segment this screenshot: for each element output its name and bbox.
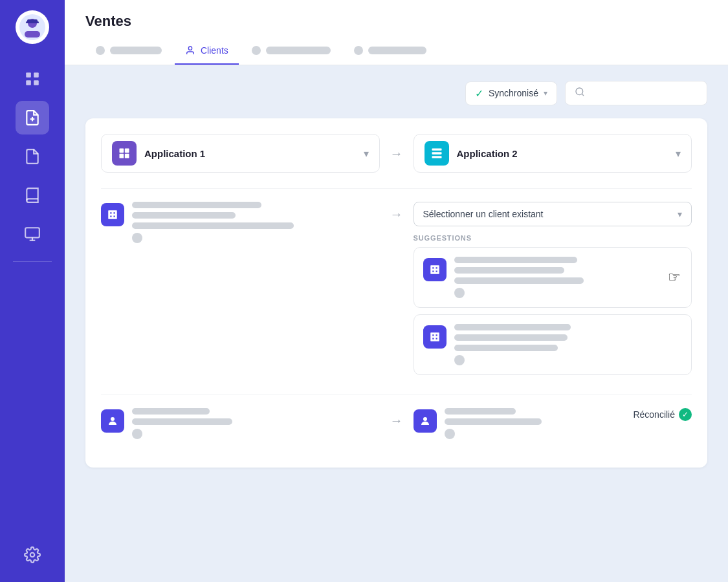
building-icon-1: [101, 203, 124, 226]
svg-rect-4: [26, 21, 39, 23]
app2-chevron-icon: ▾: [676, 147, 681, 160]
clients-icon: [185, 45, 195, 56]
tab-placeholder-label-2: [266, 47, 331, 54]
doc-icon[interactable]: [16, 140, 49, 173]
tab-placeholder-1[interactable]: [85, 41, 172, 64]
main-content: Ventes Clients: [65, 0, 728, 582]
ent3-line-1: [445, 408, 516, 415]
select-chevron-icon: ▾: [678, 209, 682, 219]
svg-rect-29: [430, 265, 439, 274]
ent2-line-1: [132, 408, 210, 415]
svg-rect-2: [25, 31, 40, 38]
svg-rect-38: [436, 338, 437, 339]
book-icon[interactable]: [16, 178, 49, 212]
sync-filter[interactable]: ✓ Synchronisé ▾: [465, 81, 557, 105]
svg-rect-30: [432, 267, 434, 268]
svg-rect-11: [25, 228, 39, 237]
tab-placeholder-label-1: [110, 47, 162, 54]
svg-rect-24: [108, 210, 117, 219]
sug1-line-3: [454, 277, 584, 284]
search-icon: [575, 87, 585, 100]
svg-rect-23: [432, 156, 441, 158]
tab-clients[interactable]: Clients: [175, 40, 239, 65]
sug1-line-1: [454, 257, 577, 263]
new-doc-icon[interactable]: [16, 101, 49, 135]
svg-rect-27: [110, 216, 111, 217]
svg-rect-25: [110, 212, 111, 213]
app1-chevron-icon: ▾: [364, 147, 369, 160]
suggestions-label: SUGGESTIONS: [414, 234, 692, 242]
svg-rect-17: [120, 149, 124, 153]
tab-placeholder-2[interactable]: [241, 41, 341, 64]
reconciled-entity: [414, 408, 542, 439]
ent2-dot: [132, 429, 142, 439]
reconciled-check-icon: ✓: [679, 408, 692, 421]
svg-rect-36: [436, 334, 437, 336]
sug1-dot: [454, 288, 465, 298]
svg-rect-7: [26, 80, 31, 85]
avatar: [16, 10, 49, 44]
sync-row-1-left: [101, 202, 380, 243]
app2-name: Application 2: [457, 148, 668, 159]
entity-lines-2: [132, 408, 232, 439]
svg-rect-20: [125, 154, 129, 158]
svg-rect-22: [432, 152, 441, 154]
grid-icon[interactable]: [16, 62, 49, 96]
sug2-line-3: [454, 345, 558, 351]
sug2-line-1: [454, 324, 571, 330]
entity-line-3: [132, 222, 294, 229]
entity-line-2: [132, 212, 236, 219]
suggestion-item-1[interactable]: ☞: [414, 247, 692, 308]
settings-icon[interactable]: [16, 538, 49, 572]
tab-dot-1: [96, 46, 105, 55]
search-box[interactable]: [565, 81, 707, 105]
svg-rect-5: [26, 72, 31, 78]
sug1-line-2: [454, 267, 564, 274]
sidebar-divider: [13, 261, 52, 262]
app1-name: Application 1: [144, 148, 356, 159]
entity-lines-3: [445, 408, 542, 439]
content-area: ✓ Synchronisé ▾ Application 1 ▾: [65, 65, 728, 582]
suggestion-2-lines: [454, 324, 683, 365]
svg-rect-31: [436, 267, 437, 268]
header: Ventes Clients: [65, 0, 728, 65]
toolbar: ✓ Synchronisé ▾: [85, 81, 707, 105]
suggestion-1-lines: [454, 257, 683, 298]
svg-rect-8: [34, 80, 39, 85]
app1-selector[interactable]: Application 1 ▾: [101, 134, 380, 173]
suggestion-item-2[interactable]: [414, 314, 692, 375]
row1-arrow-icon: →: [390, 202, 403, 222]
select-label: Sélectionner un client existant: [423, 209, 544, 219]
reconciled-badge: Réconcilié ✓: [633, 408, 692, 421]
sync-row-2: → Réconcilié: [101, 394, 692, 452]
sync-row-2-left: [101, 408, 380, 439]
svg-rect-33: [436, 271, 437, 272]
tab-bar: Clients: [85, 40, 707, 65]
svg-rect-28: [114, 216, 115, 217]
tab-placeholder-3[interactable]: [344, 41, 437, 64]
svg-point-16: [576, 88, 583, 95]
ent2-line-2: [132, 418, 232, 425]
ent3-dot: [445, 429, 455, 439]
page-title: Ventes: [85, 13, 707, 30]
svg-point-39: [111, 417, 115, 421]
client-select[interactable]: Sélectionner un client existant ▾: [414, 202, 692, 226]
svg-rect-35: [432, 334, 434, 336]
svg-point-15: [188, 47, 192, 50]
monitor-icon[interactable]: [16, 217, 49, 251]
tab-dot-2: [252, 46, 261, 55]
sug2-dot: [454, 355, 465, 365]
sync-chevron-icon: ▾: [544, 89, 547, 98]
apps-arrow-icon: →: [390, 146, 403, 161]
svg-point-14: [30, 553, 35, 557]
person-icon-right: [414, 409, 437, 433]
app2-selector[interactable]: Application 2 ▾: [414, 134, 692, 173]
sync-row-1-right: Sélectionner un client existant ▾ SUGGES…: [414, 202, 692, 382]
sync-check-icon: ✓: [475, 87, 483, 100]
tab-clients-label: Clients: [201, 45, 228, 56]
row2-arrow-icon: →: [390, 408, 403, 428]
sync-label: Synchronisé: [489, 88, 538, 98]
entity-line-1: [132, 202, 261, 208]
entity-dot-1: [132, 233, 142, 243]
app2-icon: [425, 141, 449, 166]
